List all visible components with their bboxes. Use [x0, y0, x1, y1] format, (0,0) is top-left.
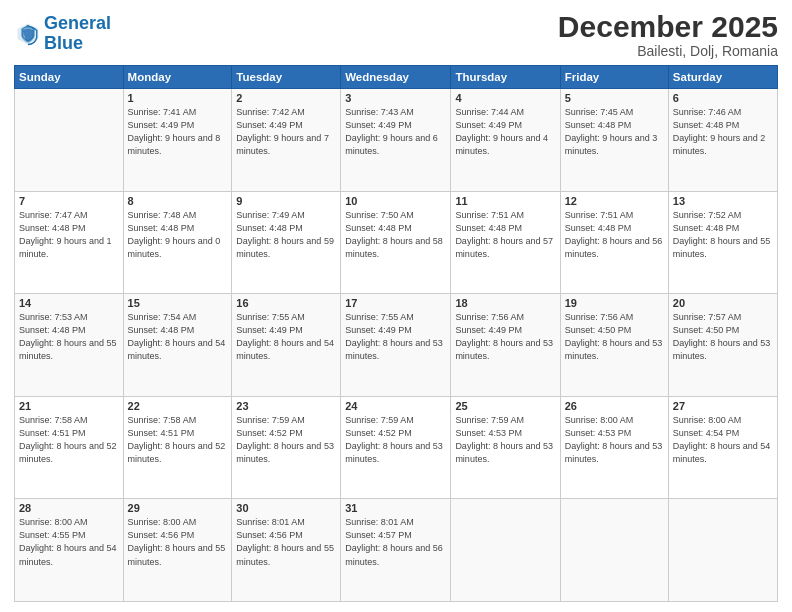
day-number: 2: [236, 92, 336, 104]
day-cell: 30Sunrise: 8:01 AM Sunset: 4:56 PM Dayli…: [232, 499, 341, 602]
day-number: 4: [455, 92, 555, 104]
day-cell: 9Sunrise: 7:49 AM Sunset: 4:48 PM Daylig…: [232, 191, 341, 294]
day-cell: [668, 499, 777, 602]
weekday-header-sunday: Sunday: [15, 66, 124, 89]
logo-icon: [14, 20, 42, 48]
day-number: 13: [673, 195, 773, 207]
page: General Blue December 2025 Bailesti, Dol…: [0, 0, 792, 612]
logo-line1: General: [44, 13, 111, 33]
day-cell: 5Sunrise: 7:45 AM Sunset: 4:48 PM Daylig…: [560, 89, 668, 192]
month-year: December 2025: [558, 10, 778, 43]
header: General Blue December 2025 Bailesti, Dol…: [14, 10, 778, 59]
day-number: 16: [236, 297, 336, 309]
day-number: 12: [565, 195, 664, 207]
logo-text: General Blue: [44, 14, 111, 54]
day-number: 7: [19, 195, 119, 207]
day-number: 3: [345, 92, 446, 104]
day-number: 15: [128, 297, 228, 309]
day-number: 25: [455, 400, 555, 412]
day-info: Sunrise: 7:42 AM Sunset: 4:49 PM Dayligh…: [236, 106, 336, 158]
day-info: Sunrise: 7:58 AM Sunset: 4:51 PM Dayligh…: [128, 414, 228, 466]
day-number: 29: [128, 502, 228, 514]
day-number: 9: [236, 195, 336, 207]
day-cell: 21Sunrise: 7:58 AM Sunset: 4:51 PM Dayli…: [15, 396, 124, 499]
week-row-1: 1Sunrise: 7:41 AM Sunset: 4:49 PM Daylig…: [15, 89, 778, 192]
day-number: 30: [236, 502, 336, 514]
day-number: 31: [345, 502, 446, 514]
day-info: Sunrise: 7:49 AM Sunset: 4:48 PM Dayligh…: [236, 209, 336, 261]
day-number: 28: [19, 502, 119, 514]
day-cell: 14Sunrise: 7:53 AM Sunset: 4:48 PM Dayli…: [15, 294, 124, 397]
day-number: 19: [565, 297, 664, 309]
day-info: Sunrise: 8:00 AM Sunset: 4:54 PM Dayligh…: [673, 414, 773, 466]
day-cell: 16Sunrise: 7:55 AM Sunset: 4:49 PM Dayli…: [232, 294, 341, 397]
day-cell: 24Sunrise: 7:59 AM Sunset: 4:52 PM Dayli…: [341, 396, 451, 499]
logo: General Blue: [14, 14, 111, 54]
day-cell: 26Sunrise: 8:00 AM Sunset: 4:53 PM Dayli…: [560, 396, 668, 499]
weekday-header-wednesday: Wednesday: [341, 66, 451, 89]
weekday-header-saturday: Saturday: [668, 66, 777, 89]
day-info: Sunrise: 7:56 AM Sunset: 4:50 PM Dayligh…: [565, 311, 664, 363]
title-block: December 2025 Bailesti, Dolj, Romania: [558, 10, 778, 59]
day-cell: 1Sunrise: 7:41 AM Sunset: 4:49 PM Daylig…: [123, 89, 232, 192]
day-info: Sunrise: 7:58 AM Sunset: 4:51 PM Dayligh…: [19, 414, 119, 466]
day-info: Sunrise: 7:52 AM Sunset: 4:48 PM Dayligh…: [673, 209, 773, 261]
day-info: Sunrise: 8:00 AM Sunset: 4:55 PM Dayligh…: [19, 516, 119, 568]
day-info: Sunrise: 7:57 AM Sunset: 4:50 PM Dayligh…: [673, 311, 773, 363]
day-cell: 20Sunrise: 7:57 AM Sunset: 4:50 PM Dayli…: [668, 294, 777, 397]
day-cell: 13Sunrise: 7:52 AM Sunset: 4:48 PM Dayli…: [668, 191, 777, 294]
logo-line2: Blue: [44, 33, 83, 53]
day-number: 20: [673, 297, 773, 309]
day-number: 21: [19, 400, 119, 412]
day-info: Sunrise: 7:55 AM Sunset: 4:49 PM Dayligh…: [345, 311, 446, 363]
day-info: Sunrise: 7:45 AM Sunset: 4:48 PM Dayligh…: [565, 106, 664, 158]
day-cell: 3Sunrise: 7:43 AM Sunset: 4:49 PM Daylig…: [341, 89, 451, 192]
calendar-body: 1Sunrise: 7:41 AM Sunset: 4:49 PM Daylig…: [15, 89, 778, 602]
day-cell: 2Sunrise: 7:42 AM Sunset: 4:49 PM Daylig…: [232, 89, 341, 192]
day-cell: 15Sunrise: 7:54 AM Sunset: 4:48 PM Dayli…: [123, 294, 232, 397]
day-info: Sunrise: 8:01 AM Sunset: 4:56 PM Dayligh…: [236, 516, 336, 568]
weekday-header-tuesday: Tuesday: [232, 66, 341, 89]
day-cell: 17Sunrise: 7:55 AM Sunset: 4:49 PM Dayli…: [341, 294, 451, 397]
day-cell: 11Sunrise: 7:51 AM Sunset: 4:48 PM Dayli…: [451, 191, 560, 294]
day-info: Sunrise: 7:43 AM Sunset: 4:49 PM Dayligh…: [345, 106, 446, 158]
weekday-header-friday: Friday: [560, 66, 668, 89]
day-number: 10: [345, 195, 446, 207]
day-info: Sunrise: 7:53 AM Sunset: 4:48 PM Dayligh…: [19, 311, 119, 363]
day-number: 1: [128, 92, 228, 104]
day-number: 17: [345, 297, 446, 309]
day-info: Sunrise: 7:41 AM Sunset: 4:49 PM Dayligh…: [128, 106, 228, 158]
day-number: 27: [673, 400, 773, 412]
day-cell: 18Sunrise: 7:56 AM Sunset: 4:49 PM Dayli…: [451, 294, 560, 397]
day-number: 8: [128, 195, 228, 207]
day-cell: 25Sunrise: 7:59 AM Sunset: 4:53 PM Dayli…: [451, 396, 560, 499]
day-info: Sunrise: 8:00 AM Sunset: 4:53 PM Dayligh…: [565, 414, 664, 466]
day-info: Sunrise: 7:47 AM Sunset: 4:48 PM Dayligh…: [19, 209, 119, 261]
day-number: 11: [455, 195, 555, 207]
day-cell: [15, 89, 124, 192]
day-info: Sunrise: 7:56 AM Sunset: 4:49 PM Dayligh…: [455, 311, 555, 363]
week-row-3: 14Sunrise: 7:53 AM Sunset: 4:48 PM Dayli…: [15, 294, 778, 397]
weekday-header-monday: Monday: [123, 66, 232, 89]
day-number: 5: [565, 92, 664, 104]
day-info: Sunrise: 7:55 AM Sunset: 4:49 PM Dayligh…: [236, 311, 336, 363]
day-number: 24: [345, 400, 446, 412]
day-number: 6: [673, 92, 773, 104]
day-cell: 12Sunrise: 7:51 AM Sunset: 4:48 PM Dayli…: [560, 191, 668, 294]
day-cell: 7Sunrise: 7:47 AM Sunset: 4:48 PM Daylig…: [15, 191, 124, 294]
week-row-2: 7Sunrise: 7:47 AM Sunset: 4:48 PM Daylig…: [15, 191, 778, 294]
day-info: Sunrise: 8:00 AM Sunset: 4:56 PM Dayligh…: [128, 516, 228, 568]
week-row-5: 28Sunrise: 8:00 AM Sunset: 4:55 PM Dayli…: [15, 499, 778, 602]
day-number: 22: [128, 400, 228, 412]
day-cell: 31Sunrise: 8:01 AM Sunset: 4:57 PM Dayli…: [341, 499, 451, 602]
location: Bailesti, Dolj, Romania: [558, 43, 778, 59]
day-number: 14: [19, 297, 119, 309]
day-info: Sunrise: 7:50 AM Sunset: 4:48 PM Dayligh…: [345, 209, 446, 261]
weekday-header-thursday: Thursday: [451, 66, 560, 89]
day-cell: 29Sunrise: 8:00 AM Sunset: 4:56 PM Dayli…: [123, 499, 232, 602]
day-cell: 8Sunrise: 7:48 AM Sunset: 4:48 PM Daylig…: [123, 191, 232, 294]
day-cell: 19Sunrise: 7:56 AM Sunset: 4:50 PM Dayli…: [560, 294, 668, 397]
day-info: Sunrise: 7:51 AM Sunset: 4:48 PM Dayligh…: [455, 209, 555, 261]
day-cell: 23Sunrise: 7:59 AM Sunset: 4:52 PM Dayli…: [232, 396, 341, 499]
calendar-table: SundayMondayTuesdayWednesdayThursdayFrid…: [14, 65, 778, 602]
